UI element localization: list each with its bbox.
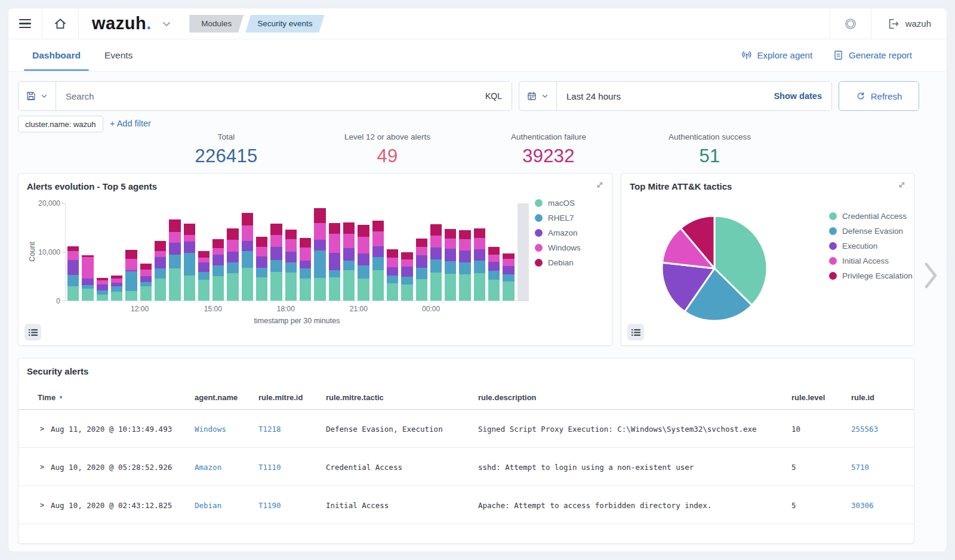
bar[interactable] — [169, 203, 180, 301]
legend-item[interactable]: Defense Evasion — [829, 227, 913, 236]
cell-link[interactable]: Amazon — [195, 462, 221, 471]
expand-row-icon[interactable]: > — [40, 463, 44, 471]
bar[interactable] — [445, 203, 456, 301]
expand-row-icon[interactable]: > — [40, 425, 44, 433]
bar[interactable] — [97, 203, 108, 301]
wazuh-logo[interactable]: wazuh. — [79, 14, 159, 33]
expand-icon[interactable] — [897, 180, 907, 190]
legend-item[interactable]: Debian — [535, 258, 581, 267]
pie-chart-svg[interactable] — [655, 209, 774, 328]
cell: sshd: Attempt to login using a non-exist… — [478, 462, 694, 471]
health-button[interactable] — [830, 8, 871, 39]
generate-report-button[interactable]: Generate report — [833, 49, 912, 61]
bar[interactable] — [300, 203, 311, 301]
bar[interactable] — [140, 203, 152, 301]
bar[interactable] — [125, 203, 137, 301]
cell-link[interactable]: Debian — [195, 500, 221, 509]
legend-item[interactable]: Amazon — [535, 228, 581, 237]
tab-events[interactable]: Events — [96, 39, 141, 71]
column-header-agent-name[interactable]: agent.name — [195, 393, 238, 402]
bar[interactable] — [459, 203, 470, 301]
cell-link[interactable]: Windows — [195, 424, 226, 433]
bar[interactable] — [212, 203, 224, 301]
filter-pill-cluster-name[interactable]: cluster.name: wazuh — [18, 116, 103, 132]
cell: Aug 11, 2020 @ 10:13:49.493 — [51, 424, 172, 433]
bar[interactable] — [372, 203, 384, 301]
bar[interactable] — [401, 203, 412, 301]
panel-options-button[interactable] — [627, 324, 644, 341]
kql-button[interactable]: KQL — [476, 91, 512, 101]
cell-link[interactable]: 255563 — [851, 424, 878, 433]
add-filter-button[interactable]: + Add filter — [110, 119, 151, 128]
bar[interactable] — [430, 203, 442, 301]
bar[interactable] — [270, 203, 282, 301]
bar[interactable] — [387, 203, 398, 301]
bar[interactable] — [198, 203, 210, 301]
legend-item[interactable]: Privilege Escalation — [829, 271, 913, 280]
column-header-rule-mitre-id[interactable]: rule.mitre.id — [258, 393, 303, 402]
column-header-rule-id[interactable]: rule.id — [851, 393, 874, 402]
refresh-button[interactable]: Refresh — [839, 81, 919, 111]
legend-item[interactable]: Windows — [535, 243, 581, 252]
legend-label: Initial Access — [842, 256, 889, 265]
tab-dashboard[interactable]: Dashboard — [24, 39, 89, 71]
column-header-rule-level[interactable]: rule.level — [791, 393, 825, 402]
bar[interactable] — [256, 203, 267, 301]
logo-chevron-down-icon[interactable] — [159, 17, 174, 31]
cell-link[interactable]: 30306 — [851, 500, 874, 509]
bar-chart-plot[interactable] — [65, 203, 529, 301]
bar[interactable] — [155, 203, 166, 301]
x-tick: 21:00 — [350, 305, 368, 313]
legend-item[interactable]: macOS — [535, 199, 581, 208]
explore-agent-button[interactable]: Explore agent — [741, 49, 813, 61]
bar[interactable] — [67, 203, 79, 301]
calendar-button[interactable] — [519, 82, 557, 110]
panel-options-button[interactable] — [24, 324, 41, 341]
time-range-value[interactable]: Last 24 hours — [557, 91, 774, 101]
legend-item[interactable]: Initial Access — [829, 256, 913, 265]
menu-button[interactable] — [8, 8, 42, 39]
security-alerts-panel: Security alerts Time▼agent.namerule.mitr… — [18, 358, 914, 544]
bar[interactable] — [227, 203, 238, 301]
saved-queries-button[interactable] — [19, 82, 56, 110]
cell-link[interactable]: 5710 — [851, 462, 869, 471]
bar[interactable] — [82, 203, 93, 301]
x-tick: 15:00 — [204, 305, 222, 313]
bar[interactable] — [329, 203, 340, 301]
cell-link[interactable]: T1190 — [258, 500, 281, 509]
column-header-rule-description[interactable]: rule.description — [478, 393, 537, 402]
legend-item[interactable]: Execution — [829, 242, 913, 250]
cell: 5 — [791, 462, 796, 471]
expand-icon[interactable] — [595, 180, 605, 190]
bar[interactable] — [314, 203, 325, 301]
column-header-rule-mitre-tactic[interactable]: rule.mitre.tactic — [326, 393, 384, 402]
table-row[interactable]: >Aug 10, 2020 @ 02:43:12.825DebianT1190I… — [19, 486, 914, 524]
bar[interactable] — [358, 203, 369, 301]
bar[interactable] — [488, 203, 500, 301]
expand-row-icon[interactable]: > — [40, 501, 44, 509]
column-header-time[interactable]: Time▼ — [38, 393, 63, 402]
bar[interactable] — [285, 203, 297, 301]
breadcrumb-security-events[interactable]: Security events — [245, 15, 324, 33]
user-menu[interactable]: wazuh — [871, 8, 947, 39]
home-button[interactable] — [42, 8, 79, 39]
bar[interactable] — [184, 203, 195, 301]
next-panel-chevron[interactable] — [925, 261, 938, 290]
table-row[interactable]: >Aug 10, 2020 @ 05:28:52.926AmazonT1110C… — [19, 448, 914, 486]
bar[interactable] — [474, 203, 485, 301]
breadcrumb-modules[interactable]: Modules — [189, 15, 244, 33]
bar[interactable] — [111, 203, 122, 301]
legend-dot-icon — [535, 229, 543, 237]
bar[interactable] — [343, 203, 355, 301]
bar[interactable] — [503, 203, 514, 301]
search-input[interactable] — [56, 91, 476, 101]
legend-dot-icon — [535, 244, 543, 252]
bar[interactable] — [416, 203, 427, 301]
show-dates-button[interactable]: Show dates — [774, 91, 831, 101]
legend-item[interactable]: RHEL7 — [535, 214, 581, 222]
cell-link[interactable]: T1110 — [258, 462, 281, 471]
table-row[interactable]: >Aug 11, 2020 @ 10:13:49.493WindowsT1218… — [19, 410, 914, 448]
legend-item[interactable]: Credential Access — [829, 212, 913, 221]
bar[interactable] — [242, 203, 253, 301]
cell-link[interactable]: T1218 — [258, 424, 281, 433]
